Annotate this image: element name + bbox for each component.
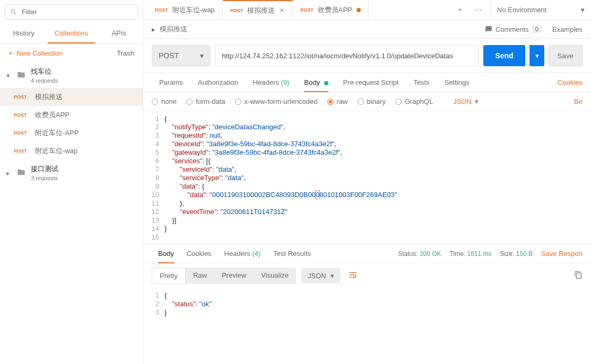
body-type-none[interactable]: none	[152, 97, 177, 105]
sidebar-actions: + New Collection Trash	[0, 44, 143, 63]
resp-tab-cookies[interactable]: Cookies	[180, 244, 218, 263]
request-label: 附近车位-wap	[35, 146, 77, 156]
sidebar-request-item[interactable]: POST附近车位-wap	[0, 142, 143, 160]
view-mode-group: Pretty Raw Preview Visualize	[152, 268, 296, 284]
collection-folder[interactable]: ▸ 接口测试3 requests	[0, 160, 143, 185]
body-type-row: none form-data x-www-form-urlencoded raw…	[143, 92, 591, 111]
line-number: 12	[143, 208, 159, 216]
tab-actions: + ⋯	[448, 0, 490, 20]
new-tab-button[interactable]: +	[453, 3, 467, 17]
sidebar: History Collections APIs + New Collectio…	[0, 0, 143, 364]
code-line	[164, 233, 591, 242]
send-dropdown[interactable]: ▾	[529, 45, 544, 66]
body-type-urlencoded[interactable]: x-www-form-urlencoded	[235, 97, 318, 105]
code-line: "gatewayId": "3a8e9f3e-59bc-4fad-8dce-37…	[164, 148, 591, 157]
tab[interactable]: POST收费员APP	[293, 0, 369, 20]
sidebar-tab-history[interactable]: History	[0, 24, 48, 43]
sidebar-request-item[interactable]: POST收费员APP	[0, 106, 143, 124]
req-tab-authorization[interactable]: Authorization	[190, 73, 246, 92]
time-value: 1811 ms	[467, 250, 492, 258]
code-line: {	[164, 291, 591, 300]
tab-options-button[interactable]: ⋯	[471, 3, 485, 17]
filter-input[interactable]	[22, 8, 133, 16]
copy-response-button[interactable]	[574, 271, 583, 281]
code-line: "data": {	[164, 182, 591, 191]
filter-bar	[0, 0, 143, 24]
comments-count: 0	[532, 25, 542, 33]
body-type-form-data[interactable]: form-data	[186, 97, 225, 105]
save-button[interactable]: Save	[549, 45, 583, 66]
collection-folder[interactable]: ▾ 找车位4 requests	[0, 63, 143, 88]
req-tab-tests[interactable]: Tests	[406, 73, 437, 92]
method-tag: POST	[14, 112, 30, 118]
folder-subtitle: 4 requests	[31, 77, 58, 84]
close-icon[interactable]: ✕	[279, 6, 285, 14]
view-preview[interactable]: Preview	[214, 268, 254, 284]
beautify-button[interactable]: Be	[574, 97, 583, 105]
comments-button[interactable]: Comments 0	[485, 25, 542, 33]
examples-button[interactable]: Examples	[552, 25, 583, 33]
send-button[interactable]: Send	[483, 45, 525, 66]
body-label: Body	[304, 78, 320, 86]
request-body-editor[interactable]: 123456789101112131415 { "notifyType": "d…	[143, 111, 591, 244]
request-label: 附近车位-APP	[35, 128, 79, 138]
cookies-link[interactable]: Cookies	[558, 73, 583, 92]
method-tag: POST	[230, 8, 244, 13]
breadcrumb[interactable]: ▸ 模拟推送	[152, 24, 187, 34]
wrap-lines-button[interactable]	[346, 268, 360, 283]
req-tab-prerequest[interactable]: Pre-request Script	[336, 73, 406, 92]
trash-link[interactable]: Trash	[117, 49, 134, 57]
line-number: 3	[143, 131, 159, 140]
resp-tab-body[interactable]: Body	[152, 244, 180, 263]
view-raw[interactable]: Raw	[186, 268, 214, 284]
chevron-down-icon: ▾	[331, 272, 334, 280]
body-type-graphql[interactable]: GraphQL	[395, 97, 433, 105]
view-pretty[interactable]: Pretty	[152, 268, 186, 284]
sidebar-tab-apis[interactable]: APIs	[95, 24, 143, 43]
method-tag: POST	[14, 148, 30, 154]
line-number: 5	[143, 148, 159, 157]
tab-label: 附近车位-wap	[172, 5, 215, 15]
body-indicator-dot	[324, 81, 328, 85]
save-response-button[interactable]: Save Respon	[541, 250, 583, 258]
line-number: 1	[143, 114, 159, 123]
req-tab-body[interactable]: Body	[297, 73, 335, 92]
chevron-down-icon: ▾	[581, 6, 585, 14]
response-body-viewer[interactable]: 123 { "status": "ok"}	[143, 288, 591, 364]
comments-label: Comments	[496, 25, 529, 33]
line-number: 7	[143, 165, 159, 174]
resp-tab-testresults[interactable]: Test Results	[267, 244, 317, 263]
code-line: },	[164, 199, 591, 208]
req-tab-headers[interactable]: Headers (9)	[246, 73, 297, 92]
response-language-label: JSON	[308, 272, 326, 280]
req-tab-params[interactable]: Params	[152, 73, 190, 92]
req-tab-settings[interactable]: Settings	[437, 73, 477, 92]
folder-title: 找车位	[31, 67, 58, 76]
comment-icon	[485, 25, 492, 33]
code-line: {	[164, 114, 591, 123]
environment-select[interactable]: No Environment ▾	[490, 0, 591, 20]
sidebar-tab-collections[interactable]: Collections	[48, 24, 95, 43]
line-number: 14	[143, 225, 159, 233]
new-collection-button[interactable]: + New Collection	[8, 49, 63, 57]
code-line: "notifyType": "deviceDatasChanged",	[164, 123, 591, 131]
code-line: "requestId": null,	[164, 131, 591, 140]
method-label: POST	[159, 51, 179, 60]
tab[interactable]: POST附近车位-wap	[147, 0, 223, 20]
response-language-select[interactable]: JSON ▾	[301, 268, 341, 283]
tab[interactable]: POST模拟推送✕	[223, 0, 293, 20]
chevron-right-icon: ▸	[152, 25, 155, 33]
status-value: 200 OK	[420, 250, 441, 258]
filter-input-wrap[interactable]	[4, 4, 138, 20]
resp-tab-headers[interactable]: Headers (4)	[218, 244, 267, 263]
url-input[interactable]	[215, 45, 479, 66]
code-line: "services": [{	[164, 157, 591, 165]
sidebar-request-item[interactable]: POST附近车位-APP	[0, 124, 143, 142]
body-type-binary[interactable]: binary	[358, 97, 386, 105]
sidebar-request-item[interactable]: POST模拟推送	[0, 88, 143, 106]
body-type-raw[interactable]: raw	[327, 97, 348, 105]
method-select[interactable]: POST ▾	[152, 45, 211, 66]
method-tag: POST	[155, 7, 168, 13]
view-visualize[interactable]: Visualize	[254, 268, 296, 284]
body-language-select[interactable]: JSON ▾	[453, 97, 479, 105]
